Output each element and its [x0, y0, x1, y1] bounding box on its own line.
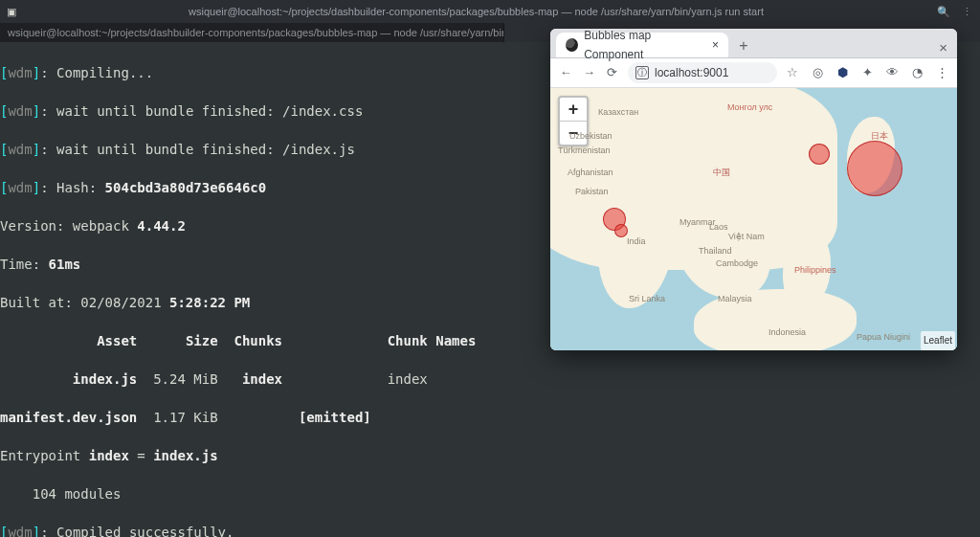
- nav-forward-icon[interactable]: →: [581, 63, 596, 82]
- zoom-in-button[interactable]: +: [560, 98, 587, 121]
- address-bar[interactable]: ⓘ localhost:9001: [628, 62, 777, 83]
- browser-toolbar: ← → ⟳ ⓘ localhost:9001 ☆ ◎ ⬢ ✦ 👁 ◔ ⋮: [550, 58, 957, 88]
- shield-icon[interactable]: ◎: [810, 65, 825, 80]
- browser-window: Bubbles map Component × + × ← → ⟳ ⓘ loca…: [550, 29, 957, 350]
- country-label-srilanka: Sri Lanka: [629, 289, 665, 308]
- terminal-tab[interactable]: wsiqueir@localhost:~/projects/dashbuilde…: [0, 23, 504, 42]
- browser-kebab-icon[interactable]: ⋮: [934, 65, 949, 80]
- korea-bubble[interactable]: [809, 144, 830, 165]
- terminal-tab-label: wsiqueir@localhost:~/projects/dashbuilde…: [8, 23, 504, 42]
- puzzle-icon[interactable]: ✦: [859, 65, 875, 80]
- avatar-icon[interactable]: ◔: [909, 65, 924, 80]
- window-title: wsiqueir@localhost:~/projects/dashbuilde…: [23, 2, 929, 21]
- search-icon[interactable]: 🔍: [937, 2, 950, 21]
- country-label-laos: Laos: [709, 217, 728, 236]
- window-titlebar: ▣ wsiqueir@localhost:~/projects/dashbuil…: [0, 0, 980, 24]
- country-label-kazakhstan: Казахстан: [598, 102, 638, 122]
- country-label-mongolia: Монгол улс: [727, 98, 772, 117]
- site-info-icon[interactable]: ⓘ: [635, 66, 649, 79]
- new-tab-button[interactable]: +: [732, 34, 755, 57]
- india-bubble-2[interactable]: [614, 224, 628, 237]
- country-label-indonesia: Indonesia: [768, 323, 806, 342]
- browser-close-icon[interactable]: ×: [939, 38, 947, 57]
- browser-tab[interactable]: Bubbles map Component ×: [556, 33, 728, 57]
- japan-bubble[interactable]: [847, 141, 902, 196]
- browser-extensions: ☆ ◎ ⬢ ✦ 👁 ◔ ⋮: [785, 65, 949, 80]
- map-attribution[interactable]: Leaflet: [921, 331, 955, 350]
- star-icon[interactable]: ☆: [785, 65, 800, 80]
- browser-tab-label: Bubbles map Component: [584, 29, 706, 64]
- country-label-japan: 日本: [871, 126, 888, 145]
- country-label-vietnam: Việt Nam: [728, 227, 765, 246]
- country-label-afghanistan: Afghanistan: [568, 163, 613, 182]
- country-label-turkmenistan: Türkmenistan: [558, 141, 611, 160]
- country-label-malaysia: Malaysia: [718, 289, 752, 308]
- browser-tabstrip: Bubbles map Component × + ×: [550, 29, 957, 58]
- country-label-pakistan: Pakistan: [575, 182, 609, 201]
- browser-tab-close-icon[interactable]: ×: [712, 35, 719, 55]
- country-label-china: 中国: [713, 163, 730, 182]
- map-viewport[interactable]: + − КазахстанUzbekistanTürkmenistanAfgha…: [550, 88, 957, 350]
- fedora-icon[interactable]: ⬢: [835, 65, 850, 80]
- eye-icon[interactable]: 👁: [884, 65, 900, 80]
- country-label-india: India: [627, 232, 646, 251]
- nav-back-icon[interactable]: ←: [558, 63, 573, 82]
- kebab-icon[interactable]: ⋮: [962, 2, 972, 21]
- country-label-philippines: Philippines: [794, 260, 836, 280]
- country-label-cambodge: Cambodge: [716, 254, 758, 273]
- app-menu-icon[interactable]: ▣: [0, 2, 23, 21]
- nav-reload-icon[interactable]: ⟳: [605, 63, 620, 82]
- address-url: localhost:9001: [655, 63, 728, 82]
- country-label-png: Papua Niugini: [857, 327, 910, 347]
- tab-favicon: [566, 38, 578, 52]
